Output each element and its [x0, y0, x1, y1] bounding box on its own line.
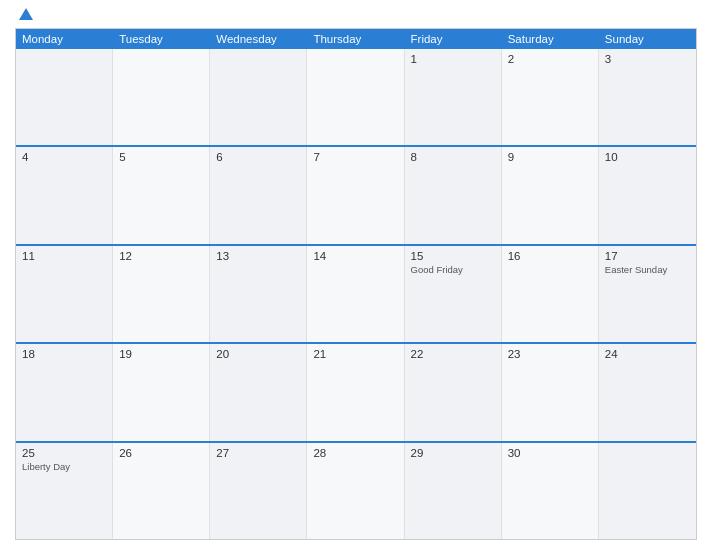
day-number: 22 [411, 348, 495, 360]
day-cell-30: 30 [502, 443, 599, 539]
calendar-grid: MondayTuesdayWednesdayThursdayFridaySatu… [15, 28, 697, 540]
day-cell-28: 28 [307, 443, 404, 539]
day-cell-2: 2 [502, 49, 599, 145]
week-row-5: 25Liberty Day2627282930 [16, 441, 696, 539]
day-number: 25 [22, 447, 106, 459]
day-number: 2 [508, 53, 592, 65]
calendar-body: 123456789101112131415Good Friday1617East… [16, 49, 696, 539]
day-number: 3 [605, 53, 690, 65]
day-number: 28 [313, 447, 397, 459]
week-row-4: 18192021222324 [16, 342, 696, 440]
day-cell-15: 15Good Friday [405, 246, 502, 342]
week-row-1: 123 [16, 49, 696, 145]
day-number: 7 [313, 151, 397, 163]
day-number: 27 [216, 447, 300, 459]
day-number: 17 [605, 250, 690, 262]
day-number: 13 [216, 250, 300, 262]
day-number: 26 [119, 447, 203, 459]
logo-triangle-icon [19, 8, 33, 20]
holiday-label: Liberty Day [22, 461, 106, 472]
day-cell-21: 21 [307, 344, 404, 440]
day-cell-22: 22 [405, 344, 502, 440]
day-cell-12: 12 [113, 246, 210, 342]
holiday-label: Good Friday [411, 264, 495, 275]
day-cell-empty-0-0 [16, 49, 113, 145]
day-header-friday: Friday [405, 29, 502, 49]
day-number: 29 [411, 447, 495, 459]
week-row-3: 1112131415Good Friday1617Easter Sunday [16, 244, 696, 342]
day-cell-20: 20 [210, 344, 307, 440]
day-cell-empty-4-6 [599, 443, 696, 539]
day-number: 10 [605, 151, 690, 163]
day-header-sunday: Sunday [599, 29, 696, 49]
week-row-2: 45678910 [16, 145, 696, 243]
day-cell-17: 17Easter Sunday [599, 246, 696, 342]
day-cell-empty-0-2 [210, 49, 307, 145]
day-cell-3: 3 [599, 49, 696, 145]
day-cell-24: 24 [599, 344, 696, 440]
day-number: 19 [119, 348, 203, 360]
day-cell-9: 9 [502, 147, 599, 243]
day-number: 8 [411, 151, 495, 163]
day-header-wednesday: Wednesday [210, 29, 307, 49]
day-number: 24 [605, 348, 690, 360]
day-header-tuesday: Tuesday [113, 29, 210, 49]
day-cell-23: 23 [502, 344, 599, 440]
day-header-saturday: Saturday [502, 29, 599, 49]
day-cell-6: 6 [210, 147, 307, 243]
day-number: 23 [508, 348, 592, 360]
day-headers-row: MondayTuesdayWednesdayThursdayFridaySatu… [16, 29, 696, 49]
day-number: 6 [216, 151, 300, 163]
calendar-page: MondayTuesdayWednesdayThursdayFridaySatu… [0, 0, 712, 550]
day-cell-13: 13 [210, 246, 307, 342]
day-cell-4: 4 [16, 147, 113, 243]
day-cell-11: 11 [16, 246, 113, 342]
day-cell-29: 29 [405, 443, 502, 539]
calendar-header [15, 10, 697, 20]
day-number: 14 [313, 250, 397, 262]
day-cell-empty-0-1 [113, 49, 210, 145]
day-number: 1 [411, 53, 495, 65]
day-cell-empty-0-3 [307, 49, 404, 145]
logo [15, 10, 33, 20]
day-cell-26: 26 [113, 443, 210, 539]
day-number: 30 [508, 447, 592, 459]
day-cell-19: 19 [113, 344, 210, 440]
day-number: 16 [508, 250, 592, 262]
day-number: 15 [411, 250, 495, 262]
day-number: 20 [216, 348, 300, 360]
day-cell-8: 8 [405, 147, 502, 243]
day-cell-7: 7 [307, 147, 404, 243]
day-cell-18: 18 [16, 344, 113, 440]
day-cell-1: 1 [405, 49, 502, 145]
day-cell-25: 25Liberty Day [16, 443, 113, 539]
logo-text-block [15, 10, 33, 20]
day-cell-16: 16 [502, 246, 599, 342]
day-number: 11 [22, 250, 106, 262]
day-number: 9 [508, 151, 592, 163]
day-number: 21 [313, 348, 397, 360]
holiday-label: Easter Sunday [605, 264, 690, 275]
day-cell-10: 10 [599, 147, 696, 243]
day-number: 5 [119, 151, 203, 163]
day-cell-27: 27 [210, 443, 307, 539]
day-number: 4 [22, 151, 106, 163]
day-cell-14: 14 [307, 246, 404, 342]
day-header-monday: Monday [16, 29, 113, 49]
day-cell-5: 5 [113, 147, 210, 243]
day-number: 18 [22, 348, 106, 360]
day-number: 12 [119, 250, 203, 262]
day-header-thursday: Thursday [307, 29, 404, 49]
